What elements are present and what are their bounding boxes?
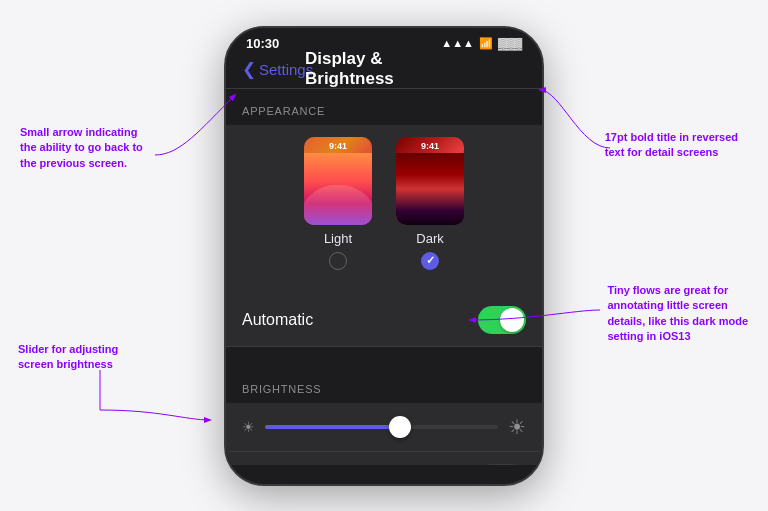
- brightness-section: ☀ ☀: [226, 403, 542, 451]
- content-area: APPEARANCE 9:41 Light: [226, 89, 542, 465]
- brightness-high-icon: ☀: [508, 415, 526, 439]
- title-annotation: 17pt bold title in reversedtext for deta…: [605, 130, 738, 161]
- light-wallpaper: [304, 153, 372, 225]
- light-option[interactable]: 9:41 Light: [304, 137, 372, 270]
- brightness-row: ☀ ☀: [242, 415, 526, 439]
- brightness-thumb[interactable]: [389, 416, 411, 438]
- true-tone-row[interactable]: True Tone: [226, 451, 542, 465]
- nav-title: Display & Brightness: [305, 49, 463, 89]
- brightness-section-header: BRIGHTNESS: [226, 367, 542, 403]
- light-option-label: Light: [324, 231, 352, 246]
- light-screen-overlay: 9:41: [304, 137, 372, 225]
- brightness-slider[interactable]: [265, 425, 498, 429]
- dark-option[interactable]: 9:41 Dark ✓: [396, 137, 464, 270]
- light-radio[interactable]: [329, 252, 347, 270]
- automatic-row[interactable]: Automatic: [226, 294, 542, 347]
- phone-frame: 10:30 ▲▲▲ 📶 ▓▓▓ ❮ Settings Display & Bri…: [224, 26, 544, 486]
- dark-preview-time: 9:41: [396, 137, 464, 153]
- dark-wallpaper: [396, 153, 464, 225]
- appearance-section: 9:41 Light 9:41: [226, 125, 542, 294]
- status-icons: ▲▲▲ 📶 ▓▓▓: [441, 37, 522, 50]
- back-arrow-annotation: Small arrow indicatingthe ability to go …: [20, 125, 143, 171]
- slider-annotation: Slider for adjustingscreen brightness: [18, 342, 118, 373]
- wifi-icon: 📶: [479, 37, 493, 50]
- true-tone-toggle[interactable]: [478, 464, 526, 465]
- automatic-toggle[interactable]: [478, 306, 526, 334]
- checkmark-icon: ✓: [426, 254, 435, 267]
- back-button[interactable]: ❮ Settings: [242, 59, 313, 80]
- signal-icon: ▲▲▲: [441, 37, 474, 49]
- status-time: 10:30: [246, 36, 279, 51]
- light-preview-time: 9:41: [304, 137, 372, 153]
- toggle-knob: [500, 308, 524, 332]
- dark-mode-annotation: Tiny flows are great forannotating littl…: [607, 283, 748, 345]
- nav-bar: ❮ Settings Display & Brightness: [226, 55, 542, 89]
- brightness-low-icon: ☀: [242, 419, 255, 435]
- appearance-section-header: APPEARANCE: [226, 89, 542, 125]
- battery-icon: ▓▓▓: [498, 37, 522, 49]
- dark-option-label: Dark: [416, 231, 443, 246]
- automatic-label: Automatic: [242, 311, 313, 329]
- dark-radio-selected[interactable]: ✓: [421, 252, 439, 270]
- section-separator: [226, 347, 542, 367]
- dark-screen-overlay: 9:41: [396, 137, 464, 225]
- back-chevron-icon: ❮: [242, 59, 256, 80]
- appearance-options: 9:41 Light 9:41: [242, 137, 526, 270]
- dark-preview: 9:41: [396, 137, 464, 225]
- wave-shape: [304, 185, 372, 225]
- light-preview: 9:41: [304, 137, 372, 225]
